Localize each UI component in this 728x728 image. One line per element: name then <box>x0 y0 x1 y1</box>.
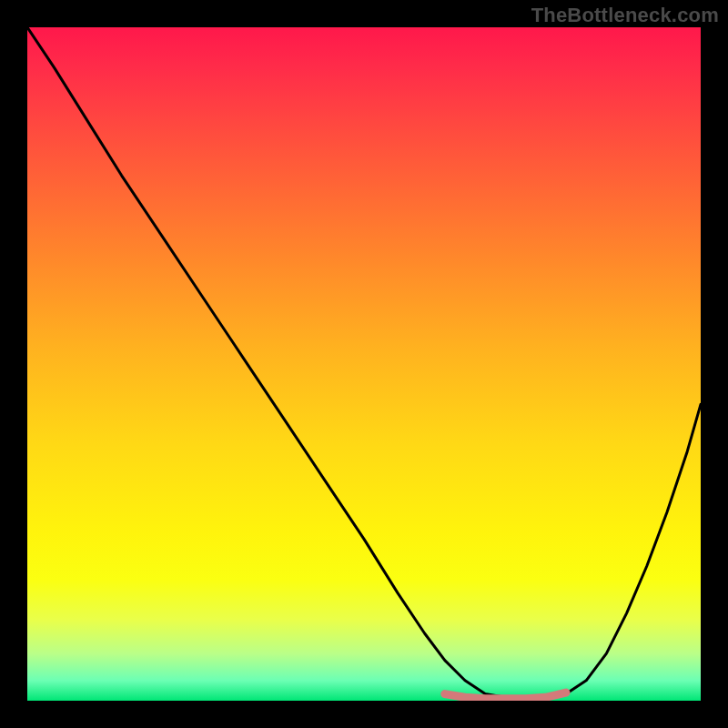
plot-area <box>27 27 701 701</box>
bottleneck-curve <box>27 27 701 697</box>
highlight-band <box>445 693 566 699</box>
watermark-label: TheBottleneck.com <box>531 4 719 27</box>
chart-frame: TheBottleneck.com <box>0 0 728 728</box>
curve-layer <box>27 27 701 701</box>
